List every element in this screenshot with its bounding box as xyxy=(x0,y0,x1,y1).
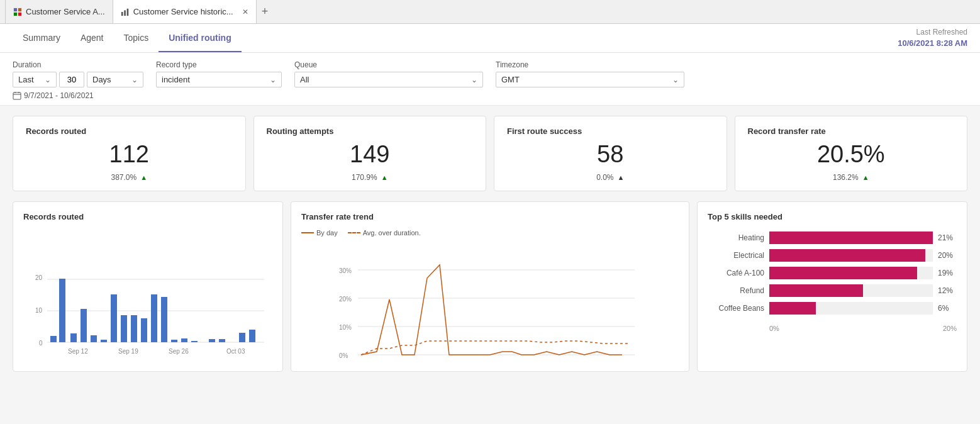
svg-text:10%: 10% xyxy=(339,324,352,331)
svg-text:Oct 03: Oct 03 xyxy=(226,348,245,355)
chevron-icon xyxy=(670,75,679,84)
svg-text:20%: 20% xyxy=(339,296,352,303)
hbar-label: Electrical xyxy=(708,251,764,260)
date-range: 9/7/2021 - 10/6/2021 xyxy=(13,91,967,100)
last-refreshed-value: 10/6/2021 8:28 AM xyxy=(898,38,967,49)
queue-select[interactable]: All xyxy=(294,72,483,87)
hbar-fill xyxy=(769,302,816,315)
kpi-routing-attempts-value: 149 xyxy=(267,141,474,168)
line-chart-svg: 0% 10% 20% 30% Sep 12 Sep 19 S xyxy=(301,242,679,361)
svg-rect-0 xyxy=(14,8,17,11)
filters-bar: Duration Last Days Record type incident xyxy=(0,53,980,106)
bar-chart-svg: 0 10 20 xyxy=(23,229,272,355)
tab-close-button[interactable]: ✕ xyxy=(242,8,248,16)
svg-text:0: 0 xyxy=(39,340,43,347)
svg-rect-27 xyxy=(151,294,157,342)
tab-topics[interactable]: Topics xyxy=(114,24,159,52)
arrow-up-icon: ▲ xyxy=(617,174,624,181)
svg-rect-19 xyxy=(70,333,77,342)
svg-rect-6 xyxy=(126,8,128,15)
hbar-fill xyxy=(769,284,863,297)
nav-tabs: Summary Agent Topics Unified routing xyxy=(13,24,242,52)
tab-add-button[interactable]: + xyxy=(257,5,274,18)
timezone-select[interactable]: GMT xyxy=(496,72,684,87)
transfer-rate-chart-title: Transfer rate trend xyxy=(301,212,679,221)
svg-rect-17 xyxy=(50,336,57,342)
kpi-routing-attempts-title: Routing attempts xyxy=(267,126,474,136)
chart-icon xyxy=(121,8,130,16)
svg-rect-2 xyxy=(14,12,17,15)
hbar-track xyxy=(769,232,933,244)
historic-tab-label: Customer Service historic... xyxy=(133,7,233,16)
svg-text:Sep 19: Sep 19 xyxy=(438,360,459,361)
svg-rect-3 xyxy=(18,12,21,15)
chevron-icon xyxy=(129,75,138,84)
grid-icon xyxy=(13,8,22,16)
hbar-row: Café A-10019% xyxy=(708,267,957,279)
duration-label: Duration xyxy=(13,60,143,69)
hbar-fill xyxy=(769,249,925,262)
app-tab-label: Customer Service A... xyxy=(26,7,105,16)
tab-bar: Customer Service A... Customer Service h… xyxy=(0,0,980,24)
hbar-track xyxy=(769,267,933,279)
hbar-label: Coffee Beans xyxy=(708,304,764,313)
svg-rect-33 xyxy=(219,339,225,342)
svg-rect-30 xyxy=(181,338,187,342)
legend-by-day-label: By day xyxy=(316,229,338,237)
tab-agent[interactable]: Agent xyxy=(70,24,114,52)
hbar-container: Heating21%Electrical20%Café A-10019%Refu… xyxy=(708,229,957,322)
nav-bar: Summary Agent Topics Unified routing Las… xyxy=(0,24,980,53)
solid-line-icon xyxy=(301,232,314,233)
svg-rect-5 xyxy=(124,10,126,16)
last-refreshed: Last Refreshed 10/6/2021 8:28 AM xyxy=(898,27,967,49)
hbar-track xyxy=(769,249,933,262)
svg-rect-7 xyxy=(13,92,21,99)
svg-text:Oct 03: Oct 03 xyxy=(552,360,571,361)
arrow-up-icon: ▲ xyxy=(381,174,388,181)
svg-text:Sep 19: Sep 19 xyxy=(118,348,138,355)
chart-legend: By day Avg. over duration. xyxy=(301,229,679,237)
queue-label: Queue xyxy=(294,60,483,69)
kpi-first-route-title: First route success xyxy=(507,126,714,136)
timezone-filter: Timezone GMT xyxy=(496,60,684,87)
kpi-first-route-change: 0.0% xyxy=(596,173,613,182)
app-tab[interactable]: Customer Service A... xyxy=(5,0,113,23)
kpi-records-routed-value: 112 xyxy=(26,141,233,168)
hbar-track xyxy=(769,302,933,315)
duration-period-select[interactable]: Last xyxy=(13,72,57,87)
svg-rect-32 xyxy=(209,339,215,342)
svg-rect-35 xyxy=(249,330,255,342)
svg-text:0%: 0% xyxy=(339,352,348,359)
kpi-first-route: First route success 58 0.0% ▲ xyxy=(494,116,727,191)
svg-rect-25 xyxy=(131,315,137,342)
kpi-row: Records routed 112 387.0% ▲ Routing atte… xyxy=(13,116,967,191)
hbar-row: Refund12% xyxy=(708,284,957,297)
svg-rect-20 xyxy=(81,309,87,342)
bar-chart: 0 10 20 xyxy=(23,229,272,355)
svg-rect-4 xyxy=(121,12,123,16)
historic-tab[interactable]: Customer Service historic... ✕ xyxy=(113,0,257,23)
svg-text:Sep 26: Sep 26 xyxy=(495,360,515,361)
hbar-row: Coffee Beans6% xyxy=(708,302,957,315)
chevron-icon xyxy=(267,75,276,84)
calendar-icon xyxy=(13,91,21,100)
duration-value-input[interactable] xyxy=(59,72,84,87)
hbar-label: Refund xyxy=(708,286,764,295)
record-type-label: Record type xyxy=(156,60,282,69)
svg-text:20: 20 xyxy=(35,274,43,281)
hbar-pct-label: 20% xyxy=(938,251,957,260)
svg-text:Sep 12: Sep 12 xyxy=(68,348,88,355)
kpi-records-routed: Records routed 112 387.0% ▲ xyxy=(13,116,246,191)
arrow-up-icon: ▲ xyxy=(862,174,869,181)
duration-unit-select[interactable]: Days xyxy=(87,72,143,87)
tab-summary[interactable]: Summary xyxy=(13,24,70,52)
svg-text:10: 10 xyxy=(35,307,43,314)
record-type-select[interactable]: incident xyxy=(156,72,282,87)
svg-text:Sep 12: Sep 12 xyxy=(382,360,402,361)
hbar-pct-label: 19% xyxy=(938,269,957,277)
tab-unified-routing[interactable]: Unified routing xyxy=(159,24,242,52)
svg-rect-18 xyxy=(59,279,65,342)
svg-rect-29 xyxy=(171,340,177,342)
legend-by-day: By day xyxy=(301,229,338,237)
hbar-fill xyxy=(769,232,933,244)
